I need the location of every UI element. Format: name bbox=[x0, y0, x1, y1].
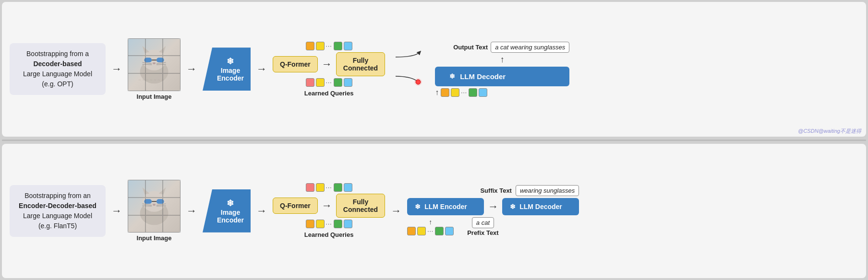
row2-fc: Fully Connected bbox=[336, 194, 385, 218]
row1-decoder: Bootstrapping from a Decoder-based Large… bbox=[2, 2, 866, 137]
row1-desc-line1: Bootstrapping from a bbox=[26, 50, 89, 58]
row2-description: Bootstrapping from an Encoder-Decoder-ba… bbox=[10, 185, 106, 237]
token-dots-1: ··· bbox=[326, 43, 332, 49]
row1-decoder-tokens: ··· bbox=[441, 88, 487, 97]
row2-decoder-flake: ❄ bbox=[510, 203, 516, 210]
dtoken-green bbox=[469, 88, 477, 97]
row1-middle-col: ··· Q-Former → Fully Connected ··· bbox=[273, 42, 385, 97]
row2-up-arrow: ↑ bbox=[429, 218, 432, 226]
cat-image-svg-2 bbox=[128, 180, 181, 233]
row2-desc-line2: Encoder-Decoder-based bbox=[19, 202, 96, 210]
row1-desc-line3: Large Language Model bbox=[23, 70, 92, 78]
dtoken-dots: ··· bbox=[461, 89, 467, 96]
row1-desc-line4: (e.g. OPT) bbox=[42, 80, 73, 88]
r2-etoken-b bbox=[445, 227, 454, 235]
row1-input-image-col: ～～～～～～～ Input Image bbox=[128, 38, 181, 100]
row2-desc-line1: Bootstrapping from an bbox=[24, 192, 91, 199]
token-blue-2 bbox=[344, 78, 352, 87]
token-green-1 bbox=[334, 42, 342, 50]
row2-top-tokens: ··· bbox=[306, 183, 352, 192]
row1-desc-line2: Decoder-based bbox=[33, 60, 82, 68]
row2-desc-line3: Large Language Model bbox=[23, 212, 92, 220]
svg-rect-6 bbox=[157, 58, 164, 62]
watermark: @CSDN@waiting不是迷得 bbox=[798, 128, 861, 135]
row2-input-image-col: Input Image bbox=[128, 180, 181, 242]
row1-llm-decoder: ❄ LLM Decoder bbox=[435, 67, 569, 86]
r2-btoken-o bbox=[306, 220, 314, 228]
row2-llm-encoder: ❄ LLM Encoder bbox=[407, 198, 484, 215]
svg-point-8 bbox=[153, 62, 156, 64]
row2-bottom-tokens: ··· bbox=[306, 220, 352, 228]
dtoken-orange bbox=[441, 88, 449, 97]
row2-input-label: Input Image bbox=[137, 234, 172, 242]
token-dots-2: ··· bbox=[326, 79, 332, 86]
row1-right-section: Output Text a cat wearing sunglasses ↑ ❄… bbox=[435, 42, 569, 97]
row2-right-section: Suffix Text wearing sunglasses ❄ LLM Enc… bbox=[407, 185, 579, 236]
arrow2-4: → bbox=[322, 199, 332, 212]
row1-encoder-line1: Image bbox=[221, 67, 240, 74]
r2-token-g bbox=[334, 183, 342, 192]
row1-learned-label: Learned Queries bbox=[304, 90, 354, 97]
diagram-container: Bootstrapping from a Decoder-based Large… bbox=[2, 2, 866, 278]
svg-text:～～～～～～～: ～～～～～～～ bbox=[138, 78, 165, 82]
row2-suffix-label: Suffix Text bbox=[480, 187, 512, 194]
row1-input-label: Input Image bbox=[137, 93, 172, 100]
r2-token-b bbox=[344, 183, 352, 192]
row1-top-tokens: ··· bbox=[306, 42, 352, 50]
row1-up-arrow: ↑ bbox=[500, 55, 505, 65]
row2-encoder-flake: ❄ bbox=[415, 203, 421, 210]
row2-qfc-row: Q-Former → Fully Connected bbox=[273, 194, 385, 218]
row-divider bbox=[2, 140, 866, 141]
row2-encoder-decoder: Bootstrapping from an Encoder-Decoder-ba… bbox=[2, 144, 866, 279]
row2-prefix-col: a cat Prefix Text bbox=[467, 217, 499, 236]
row2-suffix-row: Suffix Text wearing sunglasses bbox=[480, 185, 579, 196]
row1-fc-line1: Fully bbox=[353, 57, 369, 64]
r2-etoken-y bbox=[417, 227, 426, 235]
row1-input-image: ～～～～～～～ bbox=[128, 38, 181, 91]
row2-fc-line2: Connected bbox=[343, 206, 378, 213]
svg-point-14 bbox=[416, 80, 421, 84]
row1-connection-svg bbox=[391, 47, 429, 91]
token-yellow-2 bbox=[316, 78, 325, 87]
row2-llm-decoder: ❄ LLM Decoder bbox=[502, 198, 579, 215]
row2-encoder-snowflake: ❄ bbox=[217, 198, 244, 209]
row1-encoder-snowflake: ❄ bbox=[217, 56, 244, 67]
r2-token-dots: ··· bbox=[326, 184, 332, 191]
r2-token-y bbox=[316, 183, 325, 192]
cat-image-svg: ～～～～～～～ bbox=[128, 38, 181, 91]
row2-encoder-line1: Image bbox=[221, 209, 240, 216]
row1-output-text-value: a cat wearing sunglasses bbox=[491, 42, 569, 53]
row2-llm-decoder-label: LLM Decoder bbox=[519, 203, 562, 210]
r2-btoken-b bbox=[344, 220, 352, 228]
arrow2-1: → bbox=[111, 205, 122, 217]
r2-btoken-y bbox=[316, 220, 325, 228]
row2-prefix-value: a cat bbox=[472, 217, 494, 228]
svg-rect-5 bbox=[144, 58, 152, 62]
row2-qformer: Q-Former bbox=[273, 198, 318, 214]
row2-desc-line4: (e.g. FlanT5) bbox=[38, 222, 77, 230]
row1-llm-decoder-label: LLM Decoder bbox=[460, 72, 506, 81]
arrow2-6: → bbox=[488, 200, 498, 213]
arrow2-5: → bbox=[391, 205, 401, 217]
row2-enc-tokens: ··· bbox=[407, 227, 454, 235]
token-yellow-1 bbox=[316, 42, 325, 50]
r2-etoken-dots: ··· bbox=[427, 228, 434, 234]
row1-decoder-snowflake: ❄ bbox=[449, 72, 455, 80]
arrow2: → bbox=[186, 63, 197, 75]
row2-llm-encoder-label: LLM Encoder bbox=[424, 203, 467, 210]
svg-rect-21 bbox=[144, 199, 152, 204]
row1-fc-line2: Connected bbox=[343, 64, 378, 72]
r2-etoken-g bbox=[435, 227, 444, 235]
svg-rect-22 bbox=[157, 199, 164, 204]
arrow2-3: → bbox=[256, 205, 267, 217]
row1-qfc-row: Q-Former → Fully Connected bbox=[273, 52, 385, 76]
row1-connection-area bbox=[391, 47, 429, 91]
row1-bottom-token-area: ↑ ··· bbox=[435, 88, 487, 97]
row2-token-up-col: ↑ ··· bbox=[407, 218, 454, 235]
row2-encoder-line2: Encoder bbox=[217, 216, 244, 224]
row1-image-encoder: ❄ Image Encoder bbox=[203, 47, 251, 91]
row2-image-encoder: ❄ Image Encoder bbox=[203, 189, 251, 233]
svg-point-24 bbox=[153, 204, 156, 206]
r2-btoken-dots: ··· bbox=[326, 221, 332, 227]
row1-encoder-line2: Encoder bbox=[217, 74, 244, 82]
